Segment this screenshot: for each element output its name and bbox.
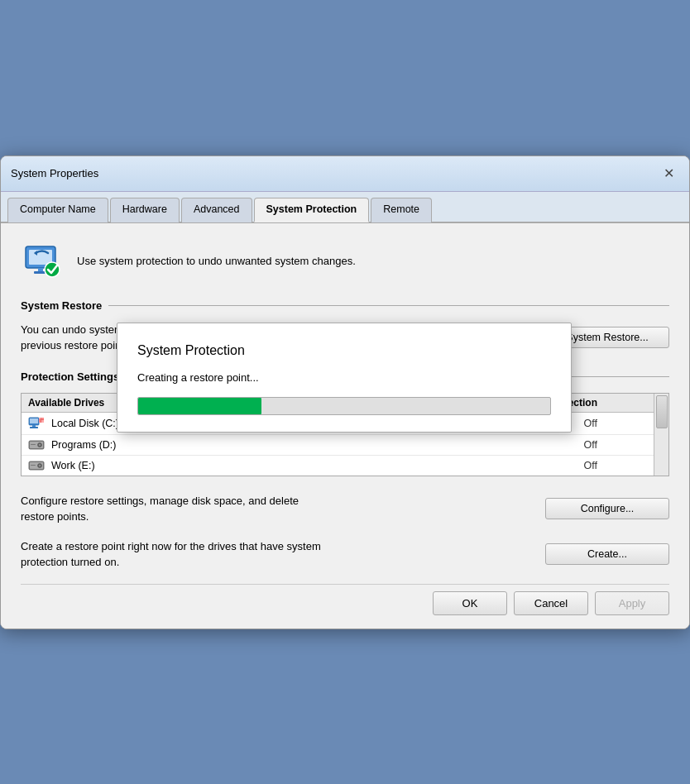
drive-name-d: Programs (D:) <box>51 439 415 451</box>
close-button[interactable]: ✕ <box>658 163 679 184</box>
progress-bar-fill <box>138 398 261 414</box>
configure-button[interactable]: Configure... <box>545 498 669 519</box>
tab-bar: Computer Name Hardware Advanced System P… <box>1 192 689 223</box>
cancel-button[interactable]: Cancel <box>514 591 588 615</box>
hdd-icon-e <box>28 460 45 471</box>
system-protection-icon <box>21 240 64 283</box>
drive-name-e: Work (E:) <box>51 460 415 471</box>
tab-system-protection[interactable]: System Protection <box>254 198 370 222</box>
dialog-message: Creating a restore point... <box>137 371 551 384</box>
scrollbar[interactable] <box>654 394 668 476</box>
system-restore-label: System Restore <box>21 299 669 312</box>
svg-rect-19 <box>31 444 36 445</box>
svg-rect-14 <box>41 420 44 423</box>
svg-rect-13 <box>39 420 41 423</box>
system-protection-dialog: System Protection Creating a restore poi… <box>117 323 572 433</box>
drive-status-d: Off <box>415 439 647 451</box>
window-title: System Properties <box>11 167 98 179</box>
svg-rect-11 <box>39 418 41 420</box>
dialog-title: System Protection <box>137 343 551 358</box>
svg-point-5 <box>45 262 60 277</box>
svg-rect-12 <box>41 418 44 420</box>
create-row: Create a restore point right now for the… <box>21 538 669 571</box>
configure-row: Configure restore settings, manage disk … <box>21 493 669 525</box>
table-row[interactable]: Programs (D:) Off <box>22 435 654 456</box>
tab-hardware[interactable]: Hardware <box>110 198 180 222</box>
svg-rect-24 <box>31 465 36 466</box>
tab-remote[interactable]: Remote <box>371 198 432 222</box>
create-description: Create a restore point right now for the… <box>21 538 335 571</box>
info-banner-text: Use system protection to undo unwanted s… <box>77 255 356 267</box>
system-drive-icon <box>28 417 45 430</box>
footer: OK Cancel Apply <box>21 584 669 615</box>
tab-content: Use system protection to undo unwanted s… <box>1 223 689 629</box>
title-bar: System Properties ✕ <box>1 156 689 192</box>
apply-button[interactable]: Apply <box>595 591 669 615</box>
drive-status-e: Off <box>415 460 647 471</box>
configure-description: Configure restore settings, manage disk … <box>21 493 335 525</box>
create-button[interactable]: Create... <box>545 543 669 565</box>
progress-bar-background <box>137 397 551 415</box>
svg-point-23 <box>39 465 41 466</box>
svg-point-18 <box>39 444 41 446</box>
info-banner: Use system protection to undo unwanted s… <box>21 240 669 283</box>
table-row[interactable]: Work (E:) Off <box>22 456 654 476</box>
system-properties-window: System Properties ✕ Computer Name Hardwa… <box>0 155 690 629</box>
svg-rect-9 <box>30 427 38 428</box>
hdd-icon-d <box>28 439 45 451</box>
scrollbar-thumb[interactable] <box>656 395 668 428</box>
svg-rect-7 <box>30 418 38 423</box>
tab-computer-name[interactable]: Computer Name <box>7 198 108 222</box>
ok-button[interactable]: OK <box>433 591 507 615</box>
svg-rect-8 <box>32 425 36 427</box>
tab-advanced[interactable]: Advanced <box>181 198 252 222</box>
